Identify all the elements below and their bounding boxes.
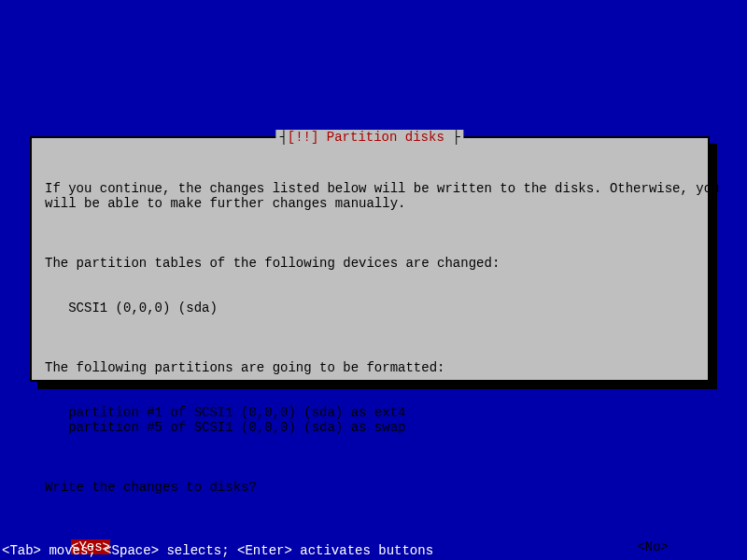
dialog-content: If you continue, the changes listed belo…	[32, 138, 708, 539]
dialog-title: ┤[!!] Partition disks ├	[275, 130, 463, 145]
confirm-prompt: Write the changes to disks?	[45, 480, 695, 495]
tables-items: SCSI1 (0,0,0) (sda)	[45, 301, 695, 315]
partition-dialog: ┤[!!] Partition disks ├ If you continue,…	[30, 136, 710, 382]
format-items: partition #1 of SCSI1 (0,0,0) (sda) as e…	[45, 405, 695, 435]
title-text: Partition disks	[318, 130, 452, 145]
intro-text: If you continue, the changes listed belo…	[45, 181, 695, 211]
footer-hint: <Tab> moves; <Space> selects; <Enter> ac…	[0, 543, 747, 560]
tables-header: The partition tables of the following de…	[45, 256, 695, 271]
title-bracket-right: ├	[452, 130, 459, 145]
format-header: The following partitions are going to be…	[45, 360, 695, 375]
title-marker: [!!]	[288, 130, 319, 145]
